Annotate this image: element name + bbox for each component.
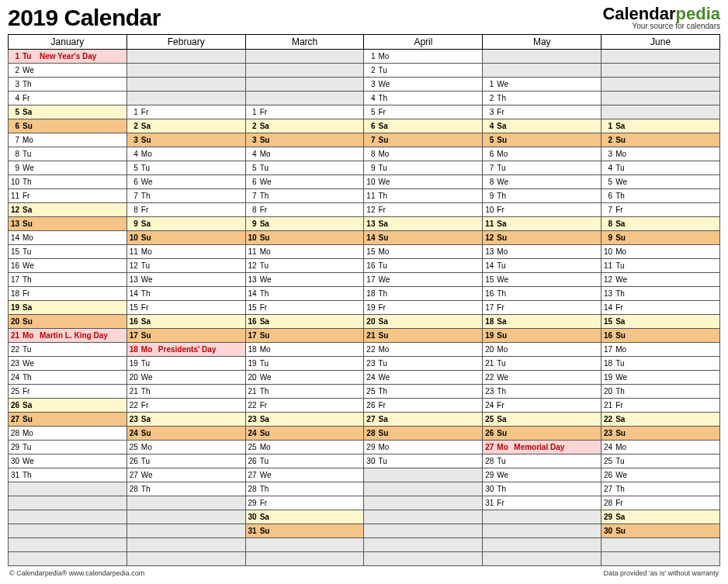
day-number: 2 xyxy=(127,122,141,130)
day-weekday: Su xyxy=(23,219,38,228)
day-number: 12 xyxy=(127,261,141,270)
day-weekday: We xyxy=(141,178,157,186)
day-weekday: Th xyxy=(378,289,393,298)
day-cell: 4Mo xyxy=(127,147,245,161)
day-number: 9 xyxy=(9,164,23,172)
day-number: 13 xyxy=(364,219,378,228)
blank-cell xyxy=(601,92,720,105)
day-weekday: Fr xyxy=(378,303,393,312)
month-header: January xyxy=(9,35,127,50)
day-cell: 11Tu xyxy=(601,259,720,273)
blank-cell xyxy=(9,524,127,538)
day-number: 6 xyxy=(246,178,260,186)
day-cell: 4Tu xyxy=(601,161,720,175)
day-cell: 8Fr xyxy=(245,203,364,217)
day-cell: 21Th xyxy=(245,385,364,399)
day-number: 2 xyxy=(601,136,615,144)
day-cell: 6We xyxy=(245,175,364,189)
blank-cell xyxy=(364,552,483,566)
day-cell: 30Th xyxy=(483,482,601,496)
footer-copyright: © Calendarpedia® www.calendarpedia.com xyxy=(9,569,144,577)
day-number: 17 xyxy=(9,275,23,284)
day-number: 28 xyxy=(601,499,615,507)
day-number: 25 xyxy=(246,443,260,451)
day-weekday: Th xyxy=(378,192,393,200)
day-cell: 8We xyxy=(483,175,601,189)
day-weekday: Th xyxy=(615,387,631,396)
day-weekday: Su xyxy=(23,317,38,326)
day-cell: 10Fr xyxy=(483,203,601,217)
day-weekday: Mo xyxy=(23,429,38,437)
day-event: New Year's Day xyxy=(38,52,127,60)
day-cell: 21Su xyxy=(364,329,483,343)
day-cell: 7Th xyxy=(127,189,245,203)
day-weekday: We xyxy=(23,457,38,465)
day-weekday: Su xyxy=(497,136,512,144)
day-cell: 21Th xyxy=(127,385,245,399)
day-weekday: Th xyxy=(260,192,276,200)
day-number: 23 xyxy=(601,429,615,437)
day-cell: 6Mo xyxy=(483,147,601,161)
day-weekday: We xyxy=(260,373,276,382)
day-cell: 8Sa xyxy=(601,217,720,231)
day-weekday: Su xyxy=(615,136,631,144)
day-weekday: Th xyxy=(23,80,38,88)
day-cell: 20We xyxy=(127,371,245,385)
day-weekday: We xyxy=(615,373,631,382)
day-number: 25 xyxy=(364,387,378,396)
day-cell: 15Fr xyxy=(245,301,364,315)
day-weekday: Mo xyxy=(497,247,512,256)
day-cell: 25Mo xyxy=(127,441,245,454)
day-cell: 16Th xyxy=(483,287,601,301)
blank-cell xyxy=(127,50,245,64)
day-weekday: Th xyxy=(497,192,512,200)
day-cell: 22Sa xyxy=(601,413,720,427)
day-weekday: Fr xyxy=(497,303,512,312)
day-cell: 3Mo xyxy=(601,147,720,161)
day-number: 27 xyxy=(483,443,497,451)
day-number: 27 xyxy=(601,485,615,493)
day-number: 25 xyxy=(127,443,141,451)
day-weekday: We xyxy=(615,275,631,284)
day-weekday: Mo xyxy=(378,52,393,60)
blank-cell xyxy=(127,78,245,92)
month-header: June xyxy=(601,35,720,50)
day-number: 2 xyxy=(246,122,260,130)
blank-cell xyxy=(364,468,483,482)
day-weekday: Fr xyxy=(497,206,512,214)
day-cell: 11Mo xyxy=(127,245,245,259)
day-number: 7 xyxy=(483,164,497,172)
blank-cell xyxy=(364,524,483,538)
day-cell: 6Th xyxy=(601,189,720,203)
day-event: Presidents' Day xyxy=(157,345,245,354)
day-cell: 24Fr xyxy=(483,399,601,413)
day-weekday: Fr xyxy=(260,108,276,116)
day-cell: 28Th xyxy=(245,482,364,496)
day-number: 11 xyxy=(601,261,615,270)
day-event: Martin L. King Day xyxy=(38,331,127,340)
day-weekday: Th xyxy=(23,275,38,284)
day-cell: 27Su xyxy=(9,413,127,427)
day-cell: 9We xyxy=(9,161,127,175)
day-cell: 12Sa xyxy=(9,203,127,217)
day-weekday: Fr xyxy=(497,108,512,116)
day-weekday: Mo xyxy=(615,150,631,158)
day-cell: 14Fr xyxy=(601,301,720,315)
day-cell: 10Su xyxy=(127,231,245,245)
day-weekday: Sa xyxy=(615,317,631,326)
day-cell: 4Fr xyxy=(9,92,127,105)
day-cell: 9Tu xyxy=(364,161,483,175)
day-number: 2 xyxy=(483,94,497,102)
day-cell: 19Su xyxy=(483,329,601,343)
day-cell: 2Sa xyxy=(127,119,245,133)
day-weekday: Mo xyxy=(23,233,38,242)
blank-cell xyxy=(127,538,245,552)
day-weekday: Sa xyxy=(23,303,38,312)
day-number: 30 xyxy=(246,513,260,521)
day-cell: 21MoMartin L. King Day xyxy=(9,329,127,343)
day-number: 5 xyxy=(246,164,260,172)
day-weekday: We xyxy=(260,275,276,284)
day-cell: 15Sa xyxy=(601,315,720,329)
day-cell: 2We xyxy=(9,64,127,78)
day-number: 3 xyxy=(364,80,378,88)
